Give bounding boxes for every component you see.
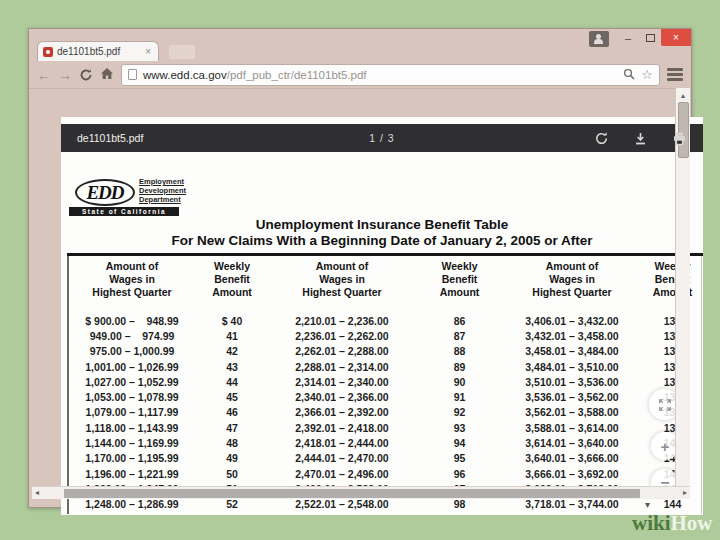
wage-range: $ 900.00 – 948.99 [67, 315, 197, 327]
table-top-rule [67, 253, 703, 256]
weekly-benefit: 87 [417, 330, 502, 342]
url-box[interactable]: www.edd.ca.gov/pdf_pub_ctr/de1101bt5.pdf… [121, 64, 660, 86]
wage-range: 1,248.00 – 1,286.99 [67, 498, 197, 510]
wage-range: 949.00 – 974.99 [67, 330, 197, 342]
pdf-favicon [43, 47, 53, 57]
table-row: 1,118.00 – 1,143.99 47 2,392.01 – 2,418.… [67, 420, 703, 435]
wage-range: 3,640.01 – 3,666.00 [502, 452, 642, 464]
wage-range: 1,027.00 – 1,052.99 [67, 376, 197, 388]
weekly-benefit: 47 [197, 422, 267, 434]
wage-range: 1,170.00 – 1,195.99 [67, 452, 197, 464]
window-controls: – × [589, 29, 691, 47]
wage-range: 975.00 – 1,000.99 [67, 345, 197, 357]
weekly-benefit: 90 [417, 376, 502, 388]
header-wba-2: Weekly Benefit Amount [417, 260, 502, 299]
wage-range: 1,118.00 – 1,143.99 [67, 422, 197, 434]
weekly-benefit: 93 [417, 422, 502, 434]
wage-range: 3,588.01 – 3,614.00 [502, 422, 642, 434]
weekly-benefit: 43 [197, 361, 267, 373]
document-title: Unemployment Insurance Benefit Table [61, 217, 703, 232]
forward-icon[interactable]: → [58, 68, 72, 82]
weekly-benefit: 42 [197, 345, 267, 357]
weekly-benefit: 49 [197, 452, 267, 464]
pdf-scroll-down-icon[interactable]: ▾ [645, 499, 650, 510]
scroll-right-icon[interactable]: ▸ [683, 488, 687, 497]
tab-title: de1101bt5.pdf [57, 46, 139, 57]
pdf-toolbar: de1101bt5.pdf 1 / 3 [61, 124, 703, 152]
rotate-icon[interactable] [594, 131, 609, 146]
refresh-icon[interactable] [79, 68, 93, 82]
maximize-button[interactable] [639, 29, 661, 46]
wage-range: 2,522.01 – 2,548.00 [267, 498, 417, 510]
wage-range: 3,614.01 – 3,640.00 [502, 437, 642, 449]
weekly-benefit: 50 [197, 468, 267, 480]
tab-strip-stub [169, 45, 195, 59]
table-row: 1,079.00 – 1,117.99 46 2,366.01 – 2,392.… [67, 405, 703, 420]
wage-range: 2,340.01 – 2,366.00 [267, 391, 417, 403]
watermark-wiki: wiki [632, 511, 671, 535]
wage-range: 1,144.00 – 1,169.99 [67, 437, 197, 449]
wage-range: 2,418.01 – 2,444.00 [267, 437, 417, 449]
maximize-icon [646, 34, 655, 42]
weekly-benefit: 48 [197, 437, 267, 449]
home-icon[interactable] [100, 66, 114, 84]
weekly-benefit: 136 [642, 376, 703, 388]
vertical-scrollbar[interactable]: ▴ [675, 88, 690, 486]
document-subtitle: For New Claims With a Beginning Date of … [61, 233, 703, 248]
browser-tab[interactable]: de1101bt5.pdf × [37, 41, 159, 61]
wage-range: 3,536.01 – 3,562.00 [502, 391, 642, 403]
tab-close-icon[interactable]: × [143, 46, 153, 57]
address-bar: ← → www.edd.ca.gov/pdf_pub_ctr/de1101bt5… [29, 61, 691, 89]
back-icon[interactable]: ← [37, 68, 51, 82]
header-wages-3: Amount of Wages in Highest Quarter [502, 260, 642, 299]
weekly-benefit: 139 [642, 422, 703, 434]
download-icon[interactable] [633, 131, 648, 146]
weekly-benefit: 94 [417, 437, 502, 449]
url-path: /pdf_pub_ctr/de1101bt5.pdf [227, 69, 367, 81]
table-header-row: Amount of Wages in Highest Quarter Weekl… [67, 260, 703, 299]
wage-range: 3,406.01 – 3,432.00 [502, 315, 642, 327]
header-wba-1: Weekly Benefit Amount [197, 260, 267, 299]
table-row: 949.00 – 974.99 41 2,236.01 – 2,262.00 8… [67, 328, 703, 343]
table-row: $ 900.00 – 948.99 $ 40 2,210.01 – 2,236.… [67, 313, 703, 328]
table-row: 1,027.00 – 1,052.99 44 2,314.01 – 2,340.… [67, 374, 703, 389]
pdf-viewer: de1101bt5.pdf 1 / 3 EDD Employment Devel… [61, 117, 703, 515]
wage-range: 2,392.01 – 2,418.00 [267, 422, 417, 434]
weekly-benefit: 144 [642, 498, 703, 510]
weekly-benefit: 88 [417, 345, 502, 357]
weekly-benefit: 96 [417, 468, 502, 480]
menu-icon[interactable] [667, 68, 683, 81]
zoom-search-icon[interactable] [623, 66, 635, 84]
horizontal-scroll-thumb[interactable] [64, 489, 640, 498]
bookmark-star-icon[interactable]: ☆ [641, 68, 653, 81]
print-icon[interactable] [672, 131, 687, 146]
scroll-up-icon[interactable]: ▴ [676, 91, 690, 100]
profile-icon[interactable] [589, 31, 609, 47]
table-row: 975.00 – 1,000.99 42 2,262.01 – 2,288.00… [67, 344, 703, 359]
header-wages-2: Amount of Wages in Highest Quarter [267, 260, 417, 299]
scroll-left-icon[interactable]: ◂ [35, 488, 39, 497]
browser-window: de1101bt5.pdf × – × ← → www.edd.ca.gov/p… [28, 28, 692, 508]
wage-range: 1,079.00 – 1,117.99 [67, 406, 197, 418]
wage-range: 3,510.01 – 3,536.00 [502, 376, 642, 388]
horizontal-scrollbar[interactable]: ◂ ▸ [32, 486, 690, 499]
weekly-benefit: 132 [642, 315, 703, 327]
table-row: 1,196.00 – 1,221.99 50 2,470.01 – 2,496.… [67, 466, 703, 481]
edd-acronym: EDD [75, 179, 135, 206]
wage-range: 2,470.01 – 2,496.00 [267, 468, 417, 480]
weekly-benefit: 45 [197, 391, 267, 403]
minimize-button[interactable]: – [617, 29, 639, 46]
page-icon [128, 69, 137, 80]
wage-range: 2,366.01 – 2,392.00 [267, 406, 417, 418]
table-body: $ 900.00 – 948.99 $ 40 2,210.01 – 2,236.… [67, 313, 703, 512]
weekly-benefit: $ 40 [197, 315, 267, 327]
close-button[interactable]: × [661, 29, 691, 46]
url-host: www.edd.ca.gov [143, 69, 227, 81]
edd-department-lines: Employment Development Department [139, 177, 186, 204]
url-text[interactable]: www.edd.ca.gov/pdf_pub_ctr/de1101bt5.pdf [143, 69, 617, 81]
wage-range: 2,236.01 – 2,262.00 [267, 330, 417, 342]
weekly-benefit: 91 [417, 391, 502, 403]
table-row: 1,144.00 – 1,169.99 48 2,418.01 – 2,444.… [67, 435, 703, 450]
wage-range: 3,666.01 – 3,692.00 [502, 468, 642, 480]
wage-range: 2,262.01 – 2,288.00 [267, 345, 417, 357]
